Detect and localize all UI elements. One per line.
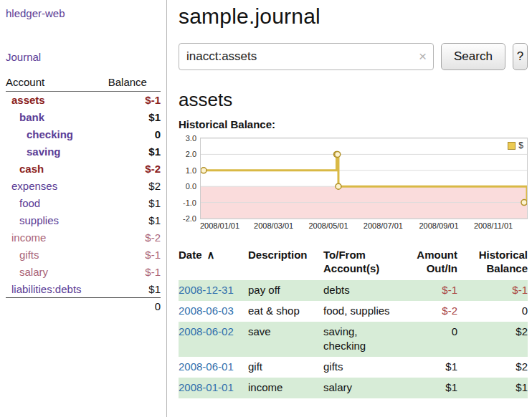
- account-row: food $1: [6, 195, 161, 212]
- sort-ascending-icon: ∧: [207, 249, 215, 261]
- search-button[interactable]: Search: [441, 43, 505, 70]
- transaction-description: eat & shop: [248, 301, 323, 322]
- legend-swatch-icon: [508, 142, 516, 150]
- transaction-amount: $-1: [402, 280, 463, 301]
- chart-title: Historical Balance:: [179, 118, 528, 130]
- accounts-table: Account Balance assets $-1 bank $1 check…: [6, 75, 161, 315]
- help-button[interactable]: ?: [513, 43, 528, 70]
- account-link-saving[interactable]: saving: [27, 145, 61, 158]
- header-label: Historical: [479, 249, 528, 261]
- header-label: Balance: [486, 262, 528, 274]
- transaction-description: pay off: [248, 280, 323, 301]
- accounts-total-balance: 0: [108, 298, 161, 315]
- transactions-header-description: Description: [248, 248, 323, 280]
- transactions-header-accounts: To/From Account(s): [323, 248, 402, 280]
- transaction-date-link[interactable]: 2008-01-01: [179, 381, 234, 393]
- account-balance: $2: [108, 178, 161, 195]
- transaction-amount: $-2: [402, 301, 463, 322]
- y-tick-label: 2.0: [186, 150, 196, 158]
- app-title-link[interactable]: hledger-web: [6, 7, 161, 19]
- account-heading: assets: [179, 89, 528, 111]
- account-balance: $1: [108, 195, 161, 212]
- accounts-header-balance: Balance: [108, 75, 161, 92]
- account-link-liabilities-debts[interactable]: liabilities:debts: [11, 283, 82, 295]
- chart-plot-column: $ 2008/01/012008/03/012008/05/012008/07/…: [200, 138, 528, 232]
- account-row: checking 0: [6, 126, 161, 143]
- account-link-salary[interactable]: salary: [19, 266, 48, 278]
- account-row: expenses $2: [6, 178, 161, 195]
- header-date-label: Date: [179, 249, 202, 261]
- transactions-table: Date∧ Description To/From Account(s) Amo…: [179, 248, 528, 398]
- transaction-row: 2008-01-01 income salary $1 $1: [179, 378, 528, 398]
- account-balance: $-1: [108, 264, 161, 281]
- transaction-date-link[interactable]: 2008-06-02: [179, 325, 234, 337]
- transaction-description: gift: [248, 357, 323, 378]
- x-tick-label: 2008/03/01: [254, 221, 293, 230]
- account-link-assets[interactable]: assets: [11, 94, 45, 106]
- balance-chart: 3.02.01.00.0-1.0-2.0 $ 2008/01/012008/03…: [179, 138, 528, 232]
- transaction-balance: $-1: [463, 280, 528, 301]
- accounts-header-row: Account Balance: [6, 75, 161, 92]
- account-row: bank $1: [6, 109, 161, 126]
- account-row: gifts $-1: [6, 246, 161, 264]
- transaction-description: income: [248, 378, 323, 398]
- sidebar: hledger-web Journal Account Balance asse…: [0, 0, 167, 417]
- account-link-checking[interactable]: checking: [27, 128, 73, 140]
- account-link-bank[interactable]: bank: [19, 111, 44, 123]
- account-link-expenses[interactable]: expenses: [11, 180, 57, 192]
- y-tick-label: 0.0: [186, 182, 196, 191]
- transactions-header-date[interactable]: Date∧: [179, 248, 248, 280]
- transaction-balance: $1: [463, 378, 528, 398]
- account-link-supplies[interactable]: supplies: [19, 214, 59, 226]
- transaction-row: 2008-06-01 gift gifts $1 $2: [179, 357, 528, 378]
- account-balance: $-2: [108, 160, 161, 178]
- account-link-gifts[interactable]: gifts: [19, 249, 39, 261]
- account-link-income[interactable]: income: [11, 231, 46, 244]
- account-balance: 0: [108, 126, 161, 143]
- account-balance: $-1: [108, 92, 161, 109]
- transaction-amount: 0: [402, 322, 463, 357]
- x-tick-label: 2008/07/01: [364, 221, 403, 230]
- transaction-date-link[interactable]: 2008-12-31: [179, 284, 234, 296]
- transaction-balance: $2: [463, 322, 528, 357]
- x-tick-label: 2008/01/01: [200, 221, 239, 230]
- transaction-row: 2008-12-31 pay off debts $-1 $-1: [179, 280, 528, 301]
- search-input[interactable]: [179, 43, 434, 70]
- transaction-description: save: [248, 322, 323, 357]
- transaction-amount: $1: [402, 357, 463, 378]
- account-row: liabilities:debts $1: [6, 281, 161, 298]
- app-root: hledger-web Journal Account Balance asse…: [0, 0, 532, 417]
- account-balance: $1: [108, 143, 161, 160]
- transaction-date-link[interactable]: 2008-06-03: [179, 305, 234, 317]
- y-tick-label: 1.0: [186, 166, 196, 175]
- transactions-header-amount: Amount Out/In: [402, 248, 463, 280]
- clear-search-icon[interactable]: ×: [419, 49, 427, 63]
- transactions-header-balance: Historical Balance: [463, 248, 528, 280]
- main-content: sample.journal × Search ? assets Histori…: [167, 0, 532, 417]
- x-tick-label: 2008/09/01: [419, 221, 459, 230]
- chart-legend: $: [508, 140, 523, 150]
- transaction-accounts: debts: [323, 280, 402, 301]
- transaction-row: 2008-06-03 eat & shop food, supplies $-2…: [179, 301, 528, 322]
- chart-svg: [201, 138, 527, 219]
- page-title: sample.journal: [179, 4, 528, 29]
- sidebar-item-journal[interactable]: Journal: [6, 51, 161, 63]
- account-row: supplies $1: [6, 212, 161, 229]
- transaction-accounts: gifts: [323, 357, 402, 378]
- account-balance: $1: [108, 281, 161, 298]
- transaction-amount: $1: [402, 378, 463, 398]
- accounts-total-row: 0: [6, 298, 161, 315]
- transaction-balance: $2: [463, 357, 528, 378]
- x-tick-label: 2008/05/01: [308, 221, 348, 230]
- transaction-accounts: food, supplies: [323, 301, 402, 322]
- transaction-date-link[interactable]: 2008-06-01: [179, 360, 234, 373]
- transaction-accounts: saving, checking: [323, 322, 402, 357]
- y-tick-label: -2.0: [183, 214, 196, 223]
- y-tick-label: 3.0: [186, 134, 196, 143]
- chart-y-axis: 3.02.01.00.0-1.0-2.0: [179, 138, 200, 219]
- transaction-row: 2008-06-02 save saving, checking 0 $2: [179, 322, 528, 357]
- accounts-header-account: Account: [6, 75, 108, 92]
- legend-label: $: [518, 140, 523, 150]
- account-link-food[interactable]: food: [19, 197, 40, 209]
- account-link-cash[interactable]: cash: [19, 163, 44, 175]
